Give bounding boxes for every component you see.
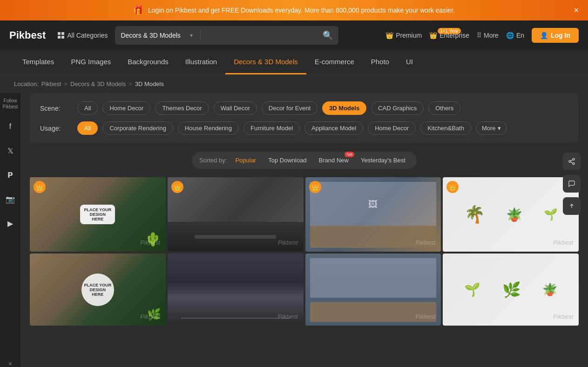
usage-appliance-btn[interactable]: Appliance Model [304, 121, 363, 135]
premium-crown-icon: 👑 [309, 181, 321, 193]
sort-brand-new-btn[interactable]: hot Brand New [315, 155, 352, 165]
tab-ecommerce[interactable]: E-commerce [306, 50, 363, 74]
scene-home-decor-btn[interactable]: Home Decor [102, 101, 150, 115]
language-nav-item[interactable]: 🌐 En [506, 32, 524, 39]
chevron-down-icon: ▾ [498, 125, 501, 132]
usage-filter-row: Usage: All Corporate Rendering House Ren… [40, 121, 568, 135]
scene-all-btn[interactable]: All [77, 101, 98, 115]
upload-button[interactable] [563, 197, 581, 215]
search-divider [200, 30, 201, 40]
usage-house-btn[interactable]: House Rendering [178, 121, 239, 135]
usage-kitchen-bath-btn[interactable]: Kitchen&Bath [420, 121, 471, 135]
premium-crown-icon: 👑 [171, 181, 183, 193]
premium-crown-icon: 👑 [34, 181, 46, 193]
scene-label: Scene: [40, 105, 73, 112]
sort-yesterday-best-btn[interactable]: Yesterday's Best [357, 155, 409, 165]
tab-photo[interactable]: Photo [363, 50, 398, 74]
usage-furniture-btn[interactable]: Furniture Model [243, 121, 300, 135]
scene-decor-event-btn[interactable]: Decor for Event [262, 101, 318, 115]
header-nav: 👑 Premium 1+1 Year 👑 Enterprise ⠿ More 🌐… [385, 28, 579, 43]
usage-home-decor-btn[interactable]: Home Decor [368, 121, 416, 135]
all-categories-button[interactable]: All Categories [58, 32, 108, 39]
tab-templates[interactable]: Templates [14, 50, 62, 74]
sort-popular-btn[interactable]: Popular [231, 155, 260, 165]
gift-icon: 🎁 [133, 5, 143, 15]
image-grid: PLACE YOURDESIGNHERE 🌵 👑 Pikbest PLACE Y… [30, 177, 579, 326]
image-column-2: 👑 Pikbest Pikbest [168, 177, 304, 326]
hot-badge: hot [345, 152, 354, 157]
tab-illustration[interactable]: Illustration [177, 50, 225, 74]
image-card[interactable]: 🌴 🪴 🌱 👑 Pikbest [443, 177, 579, 252]
page-layout: FollowPikbest f 𝕏 𝗣 📷 ▶ × Scene: All Hom… [0, 93, 588, 367]
scene-themes-decor-btn[interactable]: Themes Decor [155, 101, 209, 115]
tab-backgrounds[interactable]: Backgrounds [119, 50, 177, 74]
scene-others-btn[interactable]: Others [428, 101, 460, 115]
tab-decors-3d[interactable]: Decors & 3D Models [225, 50, 306, 74]
crown-icon: 👑 [385, 32, 393, 39]
pinterest-icon[interactable]: 𝗣 [3, 167, 18, 182]
share-button[interactable] [563, 153, 581, 170]
enterprise-nav-item[interactable]: 1+1 Year 👑 Enterprise [429, 32, 469, 39]
image-column-1: PLACE YOURDESIGNHERE 🌵 👑 Pikbest PLACE Y… [30, 177, 166, 326]
sort-bar: Sorted by: Popular Top Download hot Bran… [192, 152, 417, 169]
svg-line-4 [571, 160, 573, 161]
instagram-icon[interactable]: 📷 [3, 192, 18, 207]
banner-close-button[interactable]: × [574, 6, 579, 15]
logo[interactable]: Pikbest [9, 29, 46, 41]
search-input[interactable] [205, 32, 323, 39]
image-card[interactable]: Pikbest [168, 254, 304, 326]
breadcrumb: Location: Pikbest > Decors & 3D Models >… [0, 75, 588, 93]
svg-point-0 [573, 158, 574, 160]
breadcrumb-decors[interactable]: Decors & 3D Models [70, 80, 126, 87]
breadcrumb-current: 3D Models [135, 80, 164, 87]
grid-icon [58, 32, 64, 39]
search-category-select[interactable]: Decors & 3D Models [121, 32, 190, 39]
usage-label: Usage: [40, 125, 73, 132]
scene-3d-models-btn[interactable]: 3D Models [322, 101, 366, 115]
image-card[interactable]: 🌱 🌿 🪴 Pikbest [443, 254, 579, 326]
facebook-icon[interactable]: f [3, 119, 18, 134]
scene-wall-decor-btn[interactable]: Wall Decor [214, 101, 257, 115]
search-bar: Decors & 3D Models ▾ 🔍 [115, 26, 338, 45]
youtube-icon[interactable]: ▶ [3, 216, 18, 231]
svg-point-2 [573, 162, 574, 164]
nav-tabs: Templates PNG Images Backgrounds Illustr… [0, 50, 588, 75]
more-nav-item[interactable]: ⠿ More [477, 32, 499, 39]
sidebar: FollowPikbest f 𝕏 𝗣 📷 ▶ × [0, 93, 20, 367]
usage-more-btn[interactable]: More ▾ [476, 121, 507, 135]
premium-nav-item[interactable]: 👑 Premium [385, 32, 422, 39]
sidebar-close-button[interactable]: × [8, 360, 12, 367]
promo-banner: 🎁 Login on Pikbest and get FREE Download… [0, 0, 588, 20]
svg-point-1 [569, 160, 571, 162]
main-content: Scene: All Home Decor Themes Decor Wall … [20, 93, 588, 367]
scene-cad-graphics-btn[interactable]: CAD Graphics [371, 101, 424, 115]
scene-filter-row: Scene: All Home Decor Themes Decor Wall … [40, 101, 568, 115]
image-card[interactable]: PLACE YOURDESIGNHERE 🌿 Pikbest [30, 254, 166, 326]
image-column-3: 🖼 👑 Pikbest Pikbest [305, 177, 441, 326]
twitter-icon[interactable]: 𝕏 [3, 143, 18, 158]
sort-top-download-btn[interactable]: Top Download [264, 155, 310, 165]
enterprise-badge: 1+1 Year [438, 28, 461, 34]
usage-all-btn[interactable]: All [77, 121, 98, 135]
enterprise-icon: 👑 [429, 32, 437, 39]
login-button[interactable]: 👤 Log In [532, 28, 579, 43]
filter-box: Scene: All Home Decor Themes Decor Wall … [30, 93, 579, 143]
sort-label: Sorted by: [199, 157, 227, 164]
image-card[interactable]: 👑 Pikbest [168, 177, 304, 252]
header: Pikbest All Categories Decors & 3D Model… [0, 20, 588, 50]
tab-ui[interactable]: UI [398, 50, 421, 74]
chevron-down-icon: ▾ [190, 32, 193, 39]
search-button[interactable]: 🔍 [323, 30, 333, 40]
user-icon: 👤 [540, 32, 548, 39]
comment-button[interactable] [563, 175, 581, 193]
breadcrumb-pikbest[interactable]: Pikbest [41, 80, 61, 87]
image-card[interactable]: Pikbest [305, 254, 441, 326]
grid2-icon: ⠿ [477, 32, 481, 39]
image-card[interactable]: PLACE YOURDESIGNHERE 🌵 👑 Pikbest [30, 177, 166, 252]
image-column-4: 🌴 🪴 🌱 👑 Pikbest 🌱 🌿 🪴 [443, 177, 579, 326]
image-card[interactable]: 🖼 👑 Pikbest [305, 177, 441, 252]
banner-text: Login on Pikbest and get FREE Downloads … [148, 7, 455, 14]
usage-corporate-btn[interactable]: Corporate Rendering [102, 121, 173, 135]
tab-png-images[interactable]: PNG Images [62, 50, 119, 74]
right-actions [563, 153, 581, 215]
